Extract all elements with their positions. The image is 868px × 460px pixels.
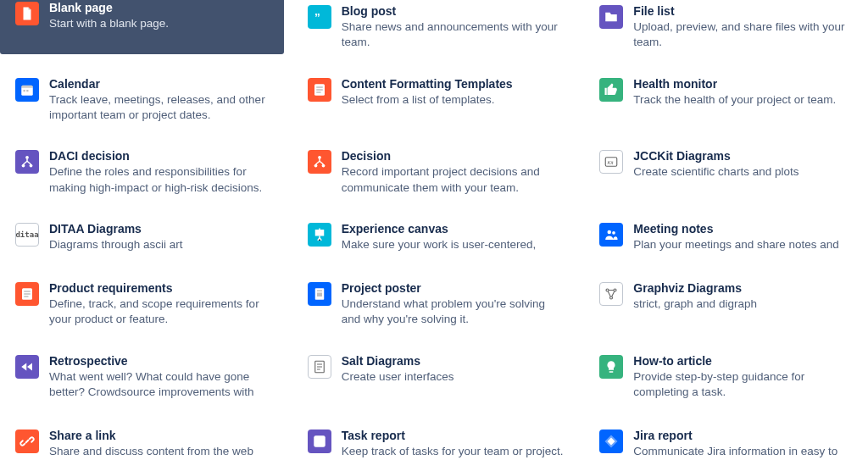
folder-icon bbox=[599, 5, 623, 29]
svg-rect-26 bbox=[317, 292, 322, 297]
template-card-project-poster[interactable]: Project posterUnderstand what problem yo… bbox=[292, 277, 576, 331]
template-text: DACI decisionDefine the roles and respon… bbox=[49, 148, 275, 196]
template-text: Health monitorTrack the health of your p… bbox=[633, 76, 860, 108]
template-description: Define, track, and scope requirements fo… bbox=[49, 297, 272, 327]
link-icon bbox=[15, 430, 39, 453]
template-card-daci[interactable]: DACI decisionDefine the roles and respon… bbox=[0, 145, 284, 199]
template-title: Blog post bbox=[342, 3, 565, 19]
template-card-blank-page[interactable]: Blank pageStart with a blank page. bbox=[0, 0, 284, 54]
svg-point-12 bbox=[318, 156, 321, 159]
template-description: Share and discuss content from the web l… bbox=[49, 444, 272, 460]
svg-rect-6 bbox=[316, 86, 323, 88]
template-card-product-req[interactable]: Product requirementsDefine, track, and s… bbox=[0, 277, 284, 331]
template-title: Meeting notes bbox=[633, 221, 856, 236]
svg-point-14 bbox=[321, 164, 325, 168]
bulb-icon bbox=[599, 355, 623, 379]
doc-icon bbox=[15, 2, 39, 25]
svg-point-9 bbox=[25, 156, 29, 159]
template-title: Content Formatting Templates bbox=[342, 76, 565, 91]
svg-rect-25 bbox=[317, 290, 322, 291]
calendar-icon bbox=[15, 78, 39, 102]
template-description: Make sure your work is user-centered, bbox=[342, 237, 565, 252]
branch-icon bbox=[15, 150, 39, 174]
template-title: Calendar bbox=[49, 76, 272, 91]
template-text: JCCKit DiagramsCreate scientific charts … bbox=[633, 148, 860, 180]
template-text: File listUpload, preview, and share file… bbox=[633, 3, 860, 51]
template-card-decision[interactable]: DecisionRecord important project decisio… bbox=[292, 145, 576, 199]
template-text: Share a linkShare and discuss content fr… bbox=[49, 428, 275, 460]
template-text: How-to articleProvide step-by-step guida… bbox=[633, 353, 860, 401]
rewind-icon bbox=[15, 355, 39, 379]
template-title: Health monitor bbox=[633, 76, 856, 91]
check-icon bbox=[308, 430, 331, 453]
template-text: Graphviz Diagramsstrict, graph and digra… bbox=[633, 280, 860, 312]
quote-icon: ” bbox=[308, 5, 331, 29]
template-description: strict, graph and digraph bbox=[633, 297, 856, 312]
template-card-health-monitor[interactable]: Health monitorTrack the health of your p… bbox=[584, 73, 868, 127]
svg-point-18 bbox=[608, 230, 612, 235]
template-card-jira-report[interactable]: Jira reportCommunicate Jira information … bbox=[584, 424, 868, 460]
template-title: DACI decision bbox=[49, 148, 272, 163]
svg-rect-4 bbox=[26, 90, 28, 91]
template-card-content-formatting[interactable]: Content Formatting TemplatesSelect from … bbox=[292, 73, 576, 127]
template-card-task-report[interactable]: Task reportKeep track of tasks for your … bbox=[292, 424, 576, 460]
template-card-howto[interactable]: How-to articleProvide step-by-step guida… bbox=[584, 350, 868, 406]
svg-rect-21 bbox=[24, 291, 31, 292]
template-card-experience-canvas[interactable]: Experience canvasMake sure your work is … bbox=[292, 218, 576, 258]
template-title: How-to article bbox=[633, 353, 856, 369]
template-description: Select from a list of templates. bbox=[342, 92, 565, 108]
template-text: Project posterUnderstand what problem yo… bbox=[342, 280, 568, 328]
template-text: RetrospectiveWhat went well? What could … bbox=[49, 353, 275, 402]
template-card-file-list[interactable]: File listUpload, preview, and share file… bbox=[584, 0, 868, 54]
template-text: CalendarTrack leave, meetings, releases,… bbox=[49, 76, 275, 124]
template-description: Upload, preview, and share files with yo… bbox=[633, 19, 856, 50]
poster-icon bbox=[308, 282, 331, 306]
template-card-graphviz[interactable]: Graphviz Diagramsstrict, graph and digra… bbox=[584, 277, 868, 331]
template-description: Start with a blank page. bbox=[49, 16, 272, 31]
template-card-retro[interactable]: RetrospectiveWhat went well? What could … bbox=[0, 350, 284, 406]
template-text: Meeting notesPlan your meetings and shar… bbox=[633, 221, 860, 252]
template-description: Communicate Jira information in easy to … bbox=[633, 444, 856, 460]
svg-point-11 bbox=[30, 164, 33, 168]
template-title: Task report bbox=[342, 428, 565, 443]
easel-icon bbox=[308, 223, 331, 247]
template-title: Decision bbox=[342, 148, 565, 163]
template-description: Understand what problem you're solving a… bbox=[342, 297, 565, 327]
template-card-ditaa[interactable]: ditaaDITAA DiagramsDiagrams through asci… bbox=[0, 218, 284, 258]
template-description: Keep track of tasks for your team or pro… bbox=[342, 444, 565, 459]
template-title: Retrospective bbox=[49, 353, 272, 369]
jira-icon bbox=[599, 430, 623, 453]
template-title: Salt Diagrams bbox=[342, 353, 565, 369]
template-card-jcckit[interactable]: KitJCCKit DiagramsCreate scientific char… bbox=[584, 145, 868, 199]
template-text: Salt DiagramsCreate user interfaces bbox=[342, 353, 568, 385]
template-title: Blank page bbox=[49, 0, 272, 15]
template-description: Provide step-by-step guidance for comple… bbox=[633, 369, 856, 400]
template-description: Diagrams through ascii art bbox=[49, 237, 272, 252]
doc-lines-icon bbox=[308, 355, 331, 379]
branch-icon bbox=[308, 150, 331, 174]
template-title: DITAA Diagrams bbox=[49, 221, 272, 236]
template-description: Record important project decisions and c… bbox=[342, 164, 565, 195]
template-card-salt[interactable]: Salt DiagramsCreate user interfaces bbox=[292, 350, 576, 406]
template-title: Share a link bbox=[49, 428, 272, 443]
template-card-calendar[interactable]: CalendarTrack leave, meetings, releases,… bbox=[0, 73, 284, 127]
ditaa-icon: ditaa bbox=[15, 223, 39, 247]
template-text: Jira reportCommunicate Jira information … bbox=[633, 428, 860, 460]
graph-icon bbox=[599, 282, 623, 306]
template-title: Experience canvas bbox=[342, 221, 565, 236]
template-text: Blank pageStart with a blank page. bbox=[49, 0, 275, 31]
template-text: Content Formatting TemplatesSelect from … bbox=[342, 76, 568, 108]
template-card-meeting-notes[interactable]: Meeting notesPlan your meetings and shar… bbox=[584, 218, 868, 258]
svg-rect-8 bbox=[316, 91, 320, 93]
template-text: Product requirementsDefine, track, and s… bbox=[49, 280, 275, 328]
template-card-share-link[interactable]: Share a linkShare and discuss content fr… bbox=[0, 424, 284, 460]
template-card-blog-post[interactable]: ”Blog postShare news and announcements w… bbox=[292, 0, 576, 54]
kit-icon: Kit bbox=[599, 150, 623, 174]
svg-point-19 bbox=[612, 231, 615, 235]
svg-text:Kit: Kit bbox=[608, 160, 614, 165]
svg-point-29 bbox=[610, 297, 613, 299]
template-description: What went well? What could have gone bet… bbox=[49, 369, 272, 402]
template-description: Track leave, meetings, releases, and oth… bbox=[49, 92, 272, 123]
svg-point-13 bbox=[314, 164, 317, 168]
template-title: Graphviz Diagrams bbox=[633, 280, 856, 296]
